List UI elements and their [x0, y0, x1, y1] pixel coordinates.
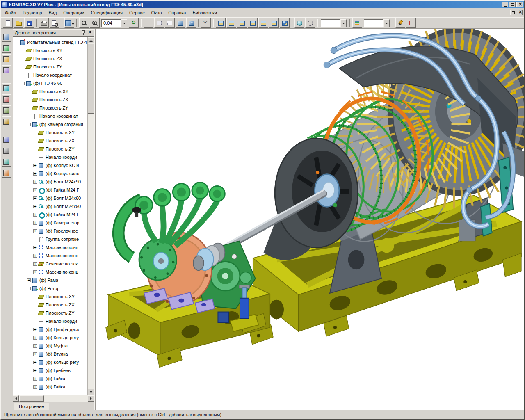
tree-item[interactable]: -(ф) Ротор — [13, 284, 87, 292]
hidden-lines-thin-mode[interactable] — [165, 18, 175, 28]
state-combo[interactable] — [364, 19, 390, 27]
coordinate-axes[interactable] — [406, 18, 416, 28]
tree-item[interactable]: Плоскость ZY — [13, 309, 87, 317]
expand-icon[interactable]: + — [33, 336, 37, 340]
orientation-front[interactable] — [216, 18, 226, 28]
tree-item[interactable]: Плоскость ZX — [13, 55, 87, 63]
dropdown-arrow-icon[interactable] — [121, 19, 127, 27]
tree-item[interactable]: +(ф) Гайка М24 Г — [13, 210, 87, 219]
expand-icon[interactable]: + — [33, 352, 37, 356]
orientation-isometric[interactable] — [280, 18, 290, 28]
section-display[interactable] — [201, 18, 211, 28]
expand-icon[interactable]: + — [33, 213, 37, 217]
collapse-icon[interactable]: - — [21, 82, 25, 85]
expand-icon[interactable]: + — [33, 328, 37, 331]
tree-item[interactable]: -(ф) ГТЭ 45-60 — [13, 79, 87, 87]
perspective-display[interactable] — [305, 18, 315, 28]
expand-icon[interactable]: + — [27, 278, 31, 282]
tree-item[interactable]: Плоскость XY — [13, 128, 87, 137]
tree-item[interactable]: Плоскость ZX — [13, 137, 87, 145]
collapse-icon[interactable]: - — [27, 123, 31, 126]
tree-item[interactable]: Начало координат — [13, 71, 87, 79]
tree-item[interactable]: Плоскость ZX — [13, 96, 87, 104]
edit-in-place[interactable] — [395, 18, 405, 28]
tree-item[interactable]: +(ф) Муфта — [13, 342, 87, 350]
zoom-level-combo-value[interactable]: 0.04 — [101, 19, 121, 27]
edit-model[interactable] — [2, 32, 11, 42]
expand-icon[interactable]: + — [33, 221, 37, 225]
mdi-minimize-button[interactable] — [504, 10, 509, 15]
orientation-back[interactable] — [226, 18, 236, 28]
collapse-icon[interactable]: - — [15, 41, 18, 44]
menu-item-7[interactable]: Справка — [165, 9, 189, 16]
tree-item[interactable]: +(ф) Гайка — [13, 374, 87, 383]
print-document[interactable] — [39, 18, 49, 28]
tree-item[interactable]: +Сечение по эск — [13, 260, 87, 268]
expand-icon[interactable]: + — [33, 262, 37, 266]
tree-item[interactable]: +(ф) Кольцо регу — [13, 333, 87, 342]
tree-item[interactable]: +Массив по конц — [13, 251, 87, 260]
print-preview[interactable] — [50, 18, 59, 28]
expand-icon[interactable]: + — [33, 229, 37, 233]
tree-item[interactable]: -(ф) Камера сгорания — [13, 120, 87, 128]
title-bar[interactable]: КОМПАС-3D V7 Plus - [Испытательный стенд… — [1, 1, 524, 8]
menu-item-4[interactable]: Спецификация — [88, 9, 126, 16]
tree-item[interactable]: +(ф) Цапфа-диск — [13, 325, 87, 333]
scroll-up-button[interactable] — [88, 37, 94, 43]
expand-icon[interactable]: + — [33, 254, 37, 258]
collapse-icon[interactable]: - — [27, 287, 31, 290]
expand-icon[interactable]: + — [33, 164, 37, 167]
measurements-3d[interactable] — [2, 83, 11, 93]
panel-close-icon[interactable] — [87, 30, 92, 35]
menu-item-2[interactable]: Вид — [45, 9, 60, 16]
menu-item-8[interactable]: Библиотеки — [189, 9, 220, 16]
scrollbar-thumb[interactable] — [88, 44, 94, 114]
tree-item[interactable]: Плоскость XY — [13, 46, 87, 55]
hidden-lines-mode[interactable] — [154, 18, 164, 28]
tree-item[interactable]: +(ф) Камера сгор — [13, 219, 87, 227]
orientation-combo-value[interactable] — [321, 19, 340, 27]
tree-item[interactable]: +(ф) Кольцо регу — [13, 358, 87, 366]
orientation-top[interactable] — [237, 18, 247, 28]
libraries[interactable] — [2, 168, 11, 178]
scrollbar-thumb[interactable] — [19, 395, 44, 402]
tree-item[interactable]: Плоскость ZX — [13, 301, 87, 309]
tree-item[interactable]: +(ф) Горелочное — [13, 227, 87, 235]
tree-item[interactable]: +(ф) Болт М24х90 — [13, 202, 87, 210]
tree-item[interactable]: +Массив по конц — [13, 268, 87, 276]
menu-item-3[interactable]: Операции — [60, 9, 87, 16]
macros[interactable] — [2, 157, 11, 167]
orientation-bottom[interactable] — [248, 18, 258, 28]
tree-item[interactable]: Начало коорди — [13, 153, 87, 161]
tree-vertical-scrollbar[interactable] — [87, 37, 94, 395]
open-document[interactable] — [14, 18, 23, 28]
panel-header[interactable]: Дерево построения — [13, 29, 94, 37]
scroll-left-button[interactable] — [13, 395, 19, 402]
tree-item[interactable]: +(ф) Корпус КС н — [13, 161, 87, 169]
mdi-close-button[interactable] — [517, 10, 523, 15]
auxiliary-geometry[interactable] — [2, 65, 11, 75]
model-canvas[interactable] — [96, 29, 524, 410]
expand-icon[interactable]: + — [33, 188, 37, 192]
service-tools[interactable] — [2, 146, 11, 155]
expand-icon[interactable]: + — [33, 196, 37, 200]
viewport-3d[interactable] — [96, 29, 524, 410]
parameterization[interactable] — [2, 135, 11, 144]
minimize-button[interactable] — [502, 2, 508, 7]
filters[interactable] — [2, 94, 11, 104]
dropdown-arrow-icon[interactable] — [383, 19, 390, 27]
orientation-combo[interactable] — [321, 19, 347, 27]
expand-icon[interactable]: + — [33, 377, 37, 381]
expand-icon[interactable]: + — [33, 270, 37, 274]
zoom-in[interactable] — [79, 18, 89, 28]
scroll-down-button[interactable] — [88, 389, 94, 395]
expand-icon[interactable]: + — [33, 180, 37, 184]
tree-item[interactable]: +Массив по конц — [13, 243, 87, 251]
tree-item[interactable]: +(ф) Болт М24х90 — [13, 178, 87, 186]
expand-icon[interactable]: + — [33, 369, 37, 372]
tree-item[interactable]: Плоскость XY — [13, 292, 87, 301]
tree-item[interactable]: +(ф) Болт М24х60 — [13, 194, 87, 202]
menu-item-1[interactable]: Редактор — [19, 9, 45, 16]
shaded-edges-mode[interactable] — [186, 18, 196, 28]
wireframe-mode[interactable] — [144, 18, 153, 28]
